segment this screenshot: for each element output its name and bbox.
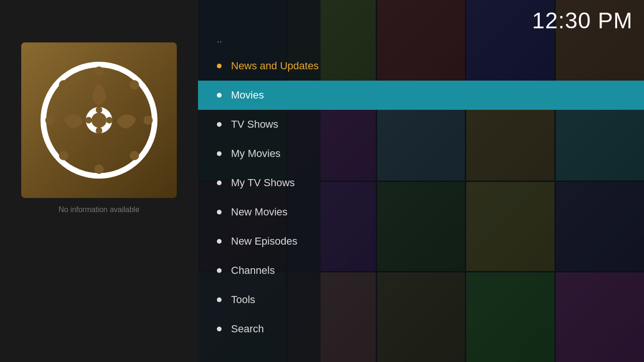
svg-point-7: [94, 66, 104, 76]
menu-item-my-tv-shows[interactable]: My TV Shows: [198, 168, 644, 197]
bullet-icon: [217, 210, 222, 214]
menu-item-search[interactable]: Search: [198, 314, 644, 344]
bullet-icon: [217, 93, 222, 98]
menu-item-label: News and Updates: [231, 60, 319, 72]
left-panel: No information available: [0, 0, 198, 362]
thumbnail-container: [21, 42, 177, 198]
svg-point-8: [94, 165, 104, 174]
back-label: ..: [217, 34, 222, 45]
bullet-icon: [217, 64, 222, 68]
bullet-icon: [217, 239, 222, 244]
svg-point-4: [96, 127, 102, 134]
film-reel-icon: [38, 59, 160, 181]
menu-item-label: TV Shows: [231, 118, 278, 131]
bullet-icon: [217, 268, 222, 273]
menu-item-label: My Movies: [231, 148, 281, 160]
menu-item-label: Channels: [231, 264, 275, 277]
menu-item-tools[interactable]: Tools: [198, 285, 644, 314]
svg-point-12: [130, 80, 139, 90]
svg-point-13: [59, 151, 68, 160]
no-info-label: No information available: [58, 206, 140, 214]
svg-point-6: [106, 117, 113, 123]
bullet-icon: [217, 181, 222, 185]
svg-point-10: [143, 115, 153, 125]
menu-list: .. News and Updates Movies TV Shows My M…: [198, 0, 644, 362]
menu-item-new-episodes[interactable]: New Episodes: [198, 227, 644, 256]
menu-item-label: New Episodes: [231, 235, 297, 247]
menu-item-label: New Movies: [231, 206, 288, 218]
menu-item-tv-shows[interactable]: TV Shows: [198, 110, 644, 139]
svg-point-3: [96, 107, 102, 113]
bullet-icon: [217, 297, 222, 302]
menu-item-news-updates[interactable]: News and Updates: [198, 51, 644, 81]
menu-item-label: My TV Shows: [231, 177, 295, 189]
bullet-icon: [217, 327, 222, 331]
svg-point-11: [59, 80, 68, 90]
menu-item-label: Tools: [231, 294, 255, 306]
menu-item-new-movies[interactable]: New Movies: [198, 197, 644, 227]
menu-item-channels[interactable]: Channels: [198, 256, 644, 285]
bullet-icon: [217, 122, 222, 127]
svg-point-9: [45, 115, 55, 125]
menu-item-my-movies[interactable]: My Movies: [198, 139, 644, 168]
back-button[interactable]: ..: [198, 27, 644, 51]
menu-item-label: Search: [231, 323, 264, 335]
bullet-icon: [217, 151, 222, 156]
menu-item-label: Movies: [231, 89, 264, 101]
menu-item-movies[interactable]: Movies: [198, 81, 644, 110]
svg-point-2: [91, 113, 107, 128]
svg-point-14: [130, 151, 139, 160]
svg-point-5: [85, 117, 92, 123]
